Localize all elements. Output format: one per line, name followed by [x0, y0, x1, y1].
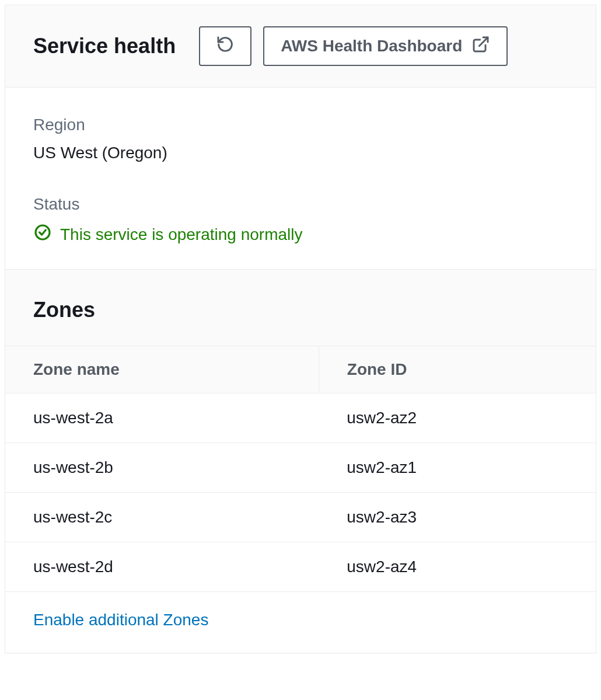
refresh-icon — [216, 35, 235, 58]
zones-footer: Enable additional Zones — [5, 592, 596, 653]
region-field: Region US West (Oregon) — [33, 116, 568, 162]
service-info: Region US West (Oregon) Status This serv… — [5, 88, 596, 269]
panel-header: Service health AWS Health Dashboard — [5, 5, 596, 88]
region-value: US West (Oregon) — [33, 144, 568, 162]
zones-title: Zones — [33, 298, 568, 322]
status-field: Status This service is operating normall… — [33, 195, 568, 246]
zone-id-cell: usw2-az2 — [319, 393, 596, 443]
zones-col-id[interactable]: Zone ID — [319, 346, 596, 393]
zone-name-cell: us-west-2c — [5, 493, 319, 542]
status-value-row: This service is operating normally — [33, 223, 568, 246]
table-row: us-west-2c usw2-az3 — [5, 493, 596, 542]
status-label: Status — [33, 195, 568, 214]
zones-table: Zone name Zone ID us-west-2a usw2-az2 us… — [5, 346, 596, 592]
table-row: us-west-2d usw2-az4 — [5, 542, 596, 592]
zone-name-cell: us-west-2d — [5, 542, 319, 592]
zones-col-name[interactable]: Zone name — [5, 346, 319, 393]
table-row: us-west-2b usw2-az1 — [5, 443, 596, 493]
zone-name-cell: us-west-2b — [5, 443, 319, 493]
zone-id-cell: usw2-az1 — [319, 443, 596, 493]
zone-id-cell: usw2-az4 — [319, 542, 596, 592]
aws-health-dashboard-label: AWS Health Dashboard — [281, 37, 462, 55]
status-value: This service is operating normally — [60, 225, 303, 244]
external-link-icon — [471, 35, 490, 58]
region-label: Region — [33, 116, 568, 134]
table-row: us-west-2a usw2-az2 — [5, 393, 596, 443]
panel-title: Service health — [33, 34, 176, 58]
zones-header: Zones — [5, 269, 596, 346]
zone-id-cell: usw2-az3 — [319, 493, 596, 542]
service-health-panel: Service health AWS Health Dashboard — [5, 5, 596, 653]
status-success-icon — [33, 223, 52, 246]
zone-name-cell: us-west-2a — [5, 393, 319, 443]
enable-additional-zones-link[interactable]: Enable additional Zones — [33, 611, 208, 629]
aws-health-dashboard-button[interactable]: AWS Health Dashboard — [263, 26, 508, 66]
svg-line-0 — [480, 37, 488, 46]
refresh-button[interactable] — [199, 26, 251, 66]
